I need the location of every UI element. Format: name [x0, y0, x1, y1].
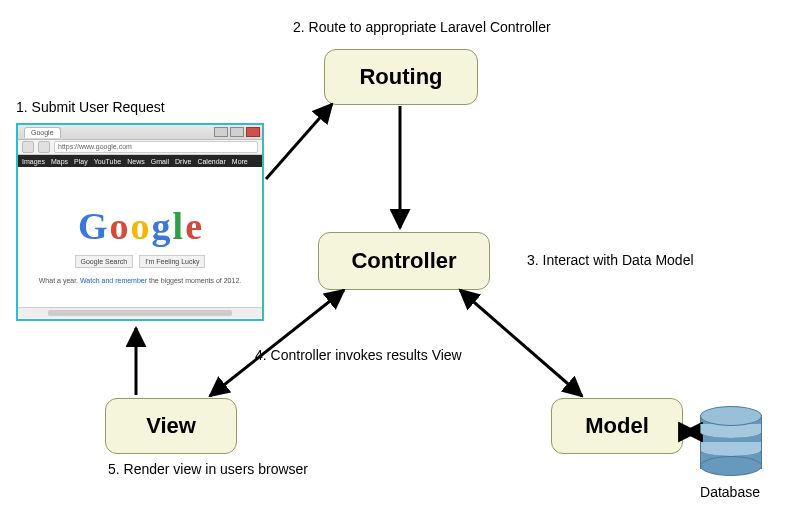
step5-label: 5. Render view in users browser [108, 461, 308, 477]
step1-label: 1. Submit User Request [16, 99, 165, 115]
step4-label: 4. Controller invokes results View [255, 347, 462, 363]
database-label: Database [695, 484, 765, 500]
google-doodle: G o o g l e [28, 175, 252, 245]
step3-label: 3. Interact with Data Model [527, 252, 694, 268]
browser-window: Google https://www.google.com Images Map… [16, 123, 264, 321]
browser-url: https://www.google.com [54, 141, 258, 153]
browser-menu: Images Maps Play YouTube News Gmail Driv… [18, 155, 262, 167]
arrow-controller-model [460, 290, 582, 396]
search-button: Google Search [75, 255, 134, 268]
model-node: Model [551, 398, 683, 454]
controller-node: Controller [318, 232, 490, 290]
browser-footer: What a year. Watch and remember the bigg… [18, 277, 262, 284]
step2-label: 2. Route to appropriate Laravel Controll… [293, 19, 551, 35]
routing-node: Routing [324, 49, 478, 105]
browser-tab: Google [24, 127, 61, 138]
arrow-browser-to-routing [266, 104, 332, 179]
database-icon [700, 406, 760, 476]
lucky-button: I'm Feeling Lucky [139, 255, 205, 268]
view-node: View [105, 398, 237, 454]
